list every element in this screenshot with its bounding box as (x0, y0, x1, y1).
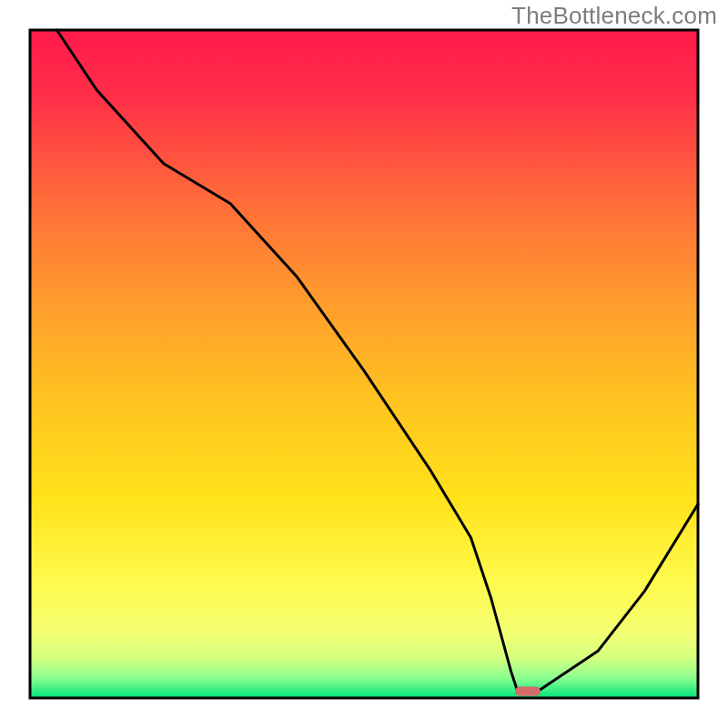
optimal-marker (515, 687, 541, 696)
plot-background (30, 30, 698, 698)
chart-container: TheBottleneck.com (0, 0, 728, 728)
watermark-text: TheBottleneck.com (511, 2, 717, 30)
bottleneck-chart (0, 0, 728, 728)
